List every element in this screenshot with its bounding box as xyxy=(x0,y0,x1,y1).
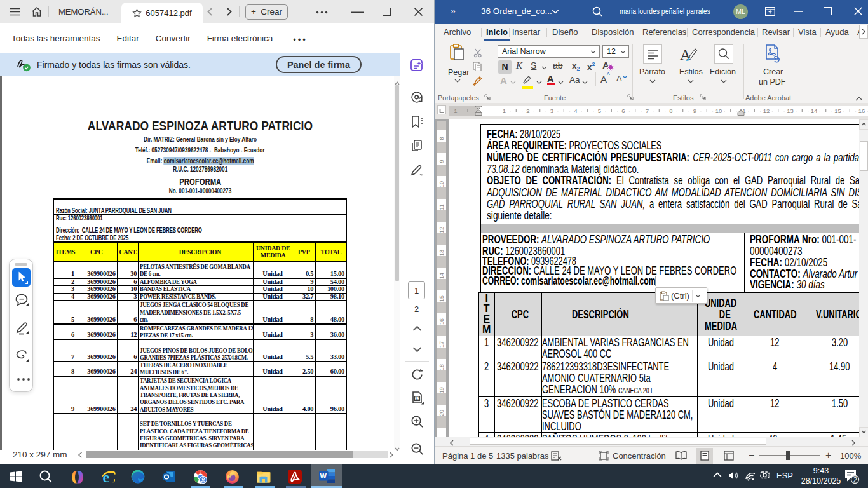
svg-text:A: A xyxy=(680,46,691,63)
svg-text:15: 15 xyxy=(834,107,841,114)
svg-text:W: W xyxy=(320,472,327,480)
svg-text:16: 16 xyxy=(858,107,865,114)
svg-text:9: 9 xyxy=(693,107,696,114)
svg-text:7: 7 xyxy=(646,107,649,114)
svg-text:1: 1 xyxy=(454,107,457,114)
svg-text:5: 5 xyxy=(598,107,601,114)
svg-text:e: e xyxy=(103,469,110,485)
svg-text:10: 10 xyxy=(715,107,722,114)
svg-text:12: 12 xyxy=(763,107,770,114)
svg-text:1:1: 1:1 xyxy=(415,396,420,400)
svg-text:2: 2 xyxy=(853,476,857,484)
svg-text:13: 13 xyxy=(787,107,794,114)
svg-text:2: 2 xyxy=(526,107,529,114)
svg-text:1: 1 xyxy=(503,107,506,114)
svg-text:6: 6 xyxy=(621,107,625,114)
svg-text:3: 3 xyxy=(550,107,553,114)
svg-text:8: 8 xyxy=(669,107,672,114)
svg-text:14: 14 xyxy=(811,107,818,114)
svg-text:4: 4 xyxy=(574,107,577,114)
